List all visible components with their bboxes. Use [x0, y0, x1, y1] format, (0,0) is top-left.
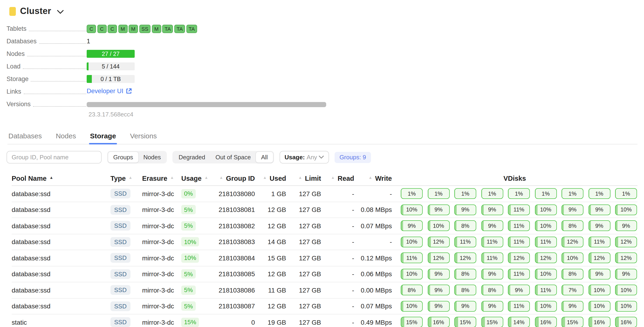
vdisk-badge[interactable]: 10%	[401, 301, 423, 312]
entity-option-groups[interactable]: Groups	[108, 152, 138, 163]
vdisk-badge[interactable]: 16%	[535, 317, 557, 327]
vdisk-badge[interactable]: 8%	[454, 221, 476, 231]
vdisk-badge[interactable]: 14%	[508, 317, 530, 327]
vdisk-badge[interactable]: 12%	[428, 253, 450, 263]
state-option-all[interactable]: All	[256, 152, 273, 163]
tablet-badge[interactable]: TA	[186, 25, 197, 33]
column-header-type[interactable]: Type▲	[110, 174, 142, 182]
vdisk-badge[interactable]: 16%	[615, 317, 637, 327]
vdisk-badge[interactable]: 9%	[481, 269, 503, 280]
vdisk-badge[interactable]: 9%	[428, 285, 450, 296]
vdisk-badge[interactable]: 10%	[535, 269, 557, 280]
vdisk-badge[interactable]: 1%	[428, 188, 450, 199]
vdisk-badge[interactable]: 10%	[401, 205, 423, 215]
vdisk-badge[interactable]: 8%	[454, 285, 476, 296]
vdisk-badge[interactable]: 1%	[508, 188, 530, 199]
vdisk-badge[interactable]: 9%	[615, 221, 637, 231]
vdisk-badge[interactable]: 9%	[454, 301, 476, 312]
vdisk-badge[interactable]: 1%	[562, 188, 584, 199]
vdisk-badge[interactable]: 7%	[562, 285, 584, 296]
search-input[interactable]	[6, 151, 102, 163]
vdisk-badge[interactable]: 15%	[401, 317, 423, 327]
vdisk-badge[interactable]: 10%	[588, 285, 610, 296]
vdisk-badge[interactable]: 1%	[615, 188, 637, 199]
vdisk-badge[interactable]: 9%	[401, 221, 423, 231]
vdisk-badge[interactable]: 10%	[535, 301, 557, 312]
vdisk-badge[interactable]: 9%	[588, 269, 610, 280]
vdisk-badge[interactable]: 9%	[588, 205, 610, 215]
tablet-badge[interactable]: TA	[174, 25, 185, 33]
column-header-used[interactable]: ▲Used	[255, 174, 286, 182]
vdisk-badge[interactable]: 16%	[588, 317, 610, 327]
vdisk-badge[interactable]: 11%	[508, 221, 530, 231]
tablet-badge[interactable]: M	[118, 25, 128, 33]
vdisk-badge[interactable]: 1%	[535, 188, 557, 199]
vdisk-badge[interactable]: 11%	[508, 205, 530, 215]
vdisk-badge[interactable]: 11%	[481, 237, 503, 247]
vdisk-badge[interactable]: 11%	[535, 237, 557, 247]
vdisk-badge[interactable]: 12%	[615, 237, 637, 247]
vdisk-badge[interactable]: 8%	[562, 221, 584, 231]
tablet-badge[interactable]: SS	[139, 25, 150, 33]
vdisk-badge[interactable]: 8%	[401, 285, 423, 296]
vdisk-badge[interactable]: 10%	[615, 301, 637, 312]
vdisk-badge[interactable]: 8%	[562, 269, 584, 280]
cluster-selector[interactable]: Cluster	[9, 5, 644, 17]
tablet-badge[interactable]: TA	[162, 25, 173, 33]
column-header-read[interactable]: ▲Read	[321, 174, 354, 182]
tab-nodes[interactable]: Nodes	[55, 132, 77, 144]
vdisk-badge[interactable]: 1%	[454, 188, 476, 199]
vdisk-badge[interactable]: 1%	[588, 188, 610, 199]
vdisk-badge[interactable]: 15%	[454, 317, 476, 327]
vdisk-badge[interactable]: 11%	[508, 269, 530, 280]
vdisk-badge[interactable]: 12%	[562, 237, 584, 247]
column-header-erasure[interactable]: Erasure▲	[142, 174, 181, 182]
vdisk-badge[interactable]: 12%	[588, 253, 610, 263]
vdisk-badge[interactable]: 1%	[481, 188, 503, 199]
vdisk-badge[interactable]: 10%	[615, 285, 637, 296]
vdisk-badge[interactable]: 10%	[428, 221, 450, 231]
vdisk-badge[interactable]: 10%	[588, 301, 610, 312]
vdisk-badge[interactable]: 1%	[401, 188, 423, 199]
vdisk-badge[interactable]: 11%	[454, 237, 476, 247]
vdisk-badge[interactable]: 8%	[481, 285, 503, 296]
vdisk-badge[interactable]: 12%	[508, 253, 530, 263]
vdisk-badge[interactable]: 12%	[535, 253, 557, 263]
tablet-badge[interactable]: M	[152, 25, 161, 33]
vdisk-badge[interactable]: 9%	[562, 301, 584, 312]
vdisk-badge[interactable]: 9%	[481, 301, 503, 312]
vdisk-badge[interactable]: 9%	[481, 221, 503, 231]
vdisk-badge[interactable]: 11%	[508, 301, 530, 312]
chevron-down-icon[interactable]	[57, 10, 64, 14]
vdisk-badge[interactable]: 10%	[615, 205, 637, 215]
vdisk-badge[interactable]: 9%	[615, 269, 637, 280]
state-option-degraded[interactable]: Degraded	[173, 152, 210, 163]
vdisk-badge[interactable]: 9%	[454, 205, 476, 215]
vdisk-badge[interactable]: 11%	[535, 285, 557, 296]
tablet-badge[interactable]: C	[87, 25, 96, 33]
developer-ui-link[interactable]: Developer UI	[87, 88, 132, 95]
vdisk-badge[interactable]: 10%	[535, 221, 557, 231]
vdisk-badge[interactable]: 9%	[428, 205, 450, 215]
vdisk-badge[interactable]: 15%	[562, 317, 584, 327]
column-header-group-id[interactable]: ▲Group ID	[205, 174, 255, 182]
vdisk-badge[interactable]: 10%	[401, 269, 423, 280]
column-header-write[interactable]: ▲Write	[354, 174, 392, 182]
vdisk-badge[interactable]: 9%	[428, 301, 450, 312]
tab-databases[interactable]: Databases	[8, 132, 43, 144]
vdisk-badge[interactable]: 11%	[481, 253, 503, 263]
vdisk-badge[interactable]: 16%	[428, 317, 450, 327]
column-header-pool-name[interactable]: Pool Name▲	[12, 174, 110, 182]
usage-filter-select[interactable]: Usage: Any	[279, 151, 329, 163]
vdisk-badge[interactable]: 15%	[481, 317, 503, 327]
vdisk-badge[interactable]: 9%	[562, 205, 584, 215]
vdisk-badge[interactable]: 8%	[454, 269, 476, 280]
tablet-badge[interactable]: C	[108, 25, 117, 33]
vdisk-badge[interactable]: 11%	[401, 253, 423, 263]
tablet-badge[interactable]: M	[128, 25, 138, 33]
vdisk-badge[interactable]: 11%	[588, 237, 610, 247]
state-option-out-of-space[interactable]: Out of Space	[210, 152, 256, 163]
versions-bar-segment[interactable]	[87, 102, 326, 107]
vdisk-badge[interactable]: 12%	[454, 253, 476, 263]
vdisk-badge[interactable]: 10%	[562, 253, 584, 263]
